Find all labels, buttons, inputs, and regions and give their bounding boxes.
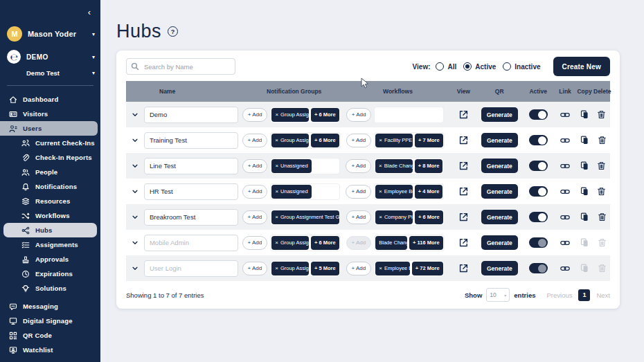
column-header-qr[interactable]: QR — [477, 88, 521, 95]
location-menu[interactable]: Demo Test ▾ — [26, 69, 95, 77]
sidebar-item-messaging[interactable]: Messaging — [0, 299, 100, 314]
hub-name-input[interactable] — [144, 209, 238, 226]
copy-link-icon[interactable] — [555, 238, 575, 248]
generate-qr-button[interactable]: Generate — [481, 261, 518, 275]
tag[interactable]: Blade Change — [375, 236, 407, 250]
row-expander[interactable] — [126, 111, 144, 118]
add-workflow-button[interactable]: + Add — [346, 134, 372, 147]
copy-link-icon[interactable] — [555, 136, 575, 145]
sidebar-item-watchlist[interactable]: Watchlist — [0, 343, 100, 357]
view-hub-icon[interactable] — [449, 161, 477, 171]
copy-hub-icon[interactable] — [575, 136, 593, 145]
row-expander[interactable] — [126, 265, 144, 272]
sidebar-item-digital-signage[interactable]: Digital Signage — [0, 314, 100, 328]
column-header-name[interactable]: Name — [126, 88, 242, 95]
copy-link-icon[interactable] — [555, 264, 575, 273]
generate-qr-button[interactable]: Generate — [481, 107, 518, 122]
add-notification-group-button[interactable]: + Add — [242, 108, 268, 122]
more-tags-badge[interactable]: + 6 More — [311, 108, 339, 122]
active-toggle[interactable] — [529, 186, 548, 197]
remove-tag-icon[interactable]: × — [275, 111, 278, 118]
add-workflow-button[interactable]: + Add — [346, 108, 372, 122]
search-input[interactable] — [144, 63, 231, 71]
generate-qr-button[interactable]: Generate — [481, 133, 518, 147]
active-toggle[interactable] — [529, 212, 548, 222]
tag[interactable]: ×Group Assignment Test Grou — [271, 210, 339, 224]
user-menu[interactable]: M Mason Yoder ▾ — [7, 26, 95, 42]
view-hub-icon[interactable] — [450, 263, 478, 273]
sidebar-item-users[interactable]: Users — [0, 121, 98, 136]
remove-tag-icon[interactable]: × — [275, 265, 278, 271]
generate-qr-button[interactable]: Generate — [481, 184, 518, 199]
remove-tag-icon[interactable]: × — [275, 137, 278, 143]
column-header-copy[interactable]: Copy — [575, 88, 593, 95]
sidebar-item-notifications[interactable]: Notifications — [0, 179, 100, 194]
active-toggle[interactable] — [529, 109, 548, 120]
column-header-notification-groups[interactable]: Notification Groups — [242, 88, 346, 95]
add-workflow-button[interactable]: + Add — [346, 185, 371, 199]
copy-hub-icon[interactable] — [575, 161, 593, 170]
more-tags-badge[interactable]: + 6 More — [311, 236, 339, 250]
view-radio-inactive[interactable]: Inactive — [503, 62, 540, 71]
hub-name-input[interactable] — [144, 132, 238, 149]
more-tags-badge[interactable]: + 8 More — [415, 159, 443, 173]
copy-link-icon[interactable] — [555, 212, 575, 222]
more-tags-badge[interactable]: + 6 More — [311, 134, 339, 147]
row-expander[interactable] — [126, 239, 144, 246]
active-toggle[interactable] — [529, 161, 548, 171]
remove-tag-icon[interactable]: × — [379, 137, 382, 143]
sidebar-item-expirations[interactable]: Expirations — [0, 266, 100, 281]
view-radio-all[interactable]: All — [436, 62, 456, 71]
add-notification-group-button[interactable]: + Add — [242, 210, 268, 224]
remove-tag-icon[interactable]: × — [379, 163, 382, 169]
generate-qr-button[interactable]: Generate — [481, 159, 518, 173]
row-expander[interactable] — [126, 188, 144, 195]
tag[interactable]: ×Unassigned — [271, 159, 311, 173]
row-expander[interactable] — [126, 137, 144, 144]
add-notification-group-button[interactable]: + Add — [242, 236, 268, 250]
copy-link-icon[interactable] — [555, 161, 575, 171]
page-size-select[interactable]: 10 ▾ — [486, 288, 510, 302]
previous-page-button[interactable]: Previous — [546, 291, 572, 299]
add-notification-group-button[interactable]: + Add — [242, 159, 268, 173]
hub-name-input[interactable] — [144, 183, 238, 200]
column-header-view[interactable]: View — [449, 88, 477, 95]
column-header-workflows[interactable]: Workflows — [346, 88, 450, 95]
view-hub-icon[interactable] — [450, 135, 478, 145]
view-hub-icon[interactable] — [449, 186, 477, 197]
add-workflow-button[interactable]: + Add — [346, 262, 372, 275]
tag[interactable]: ×Group Assig — [271, 134, 309, 147]
tag[interactable]: ×Group Assig — [271, 108, 309, 122]
remove-tag-icon[interactable]: × — [379, 214, 382, 220]
sidebar-item-visitors[interactable]: Visitors — [0, 107, 100, 121]
copy-hub-icon[interactable] — [575, 187, 593, 196]
remove-tag-icon[interactable]: × — [379, 188, 382, 194]
view-hub-icon[interactable] — [449, 109, 477, 120]
tag[interactable]: ×Facility PPE T — [375, 134, 413, 147]
active-toggle[interactable] — [529, 263, 548, 273]
active-toggle[interactable] — [529, 237, 548, 248]
sidebar-item-workflows[interactable]: Workflows — [0, 208, 100, 223]
add-notification-group-button[interactable]: + Add — [242, 134, 268, 147]
view-hub-icon[interactable] — [450, 237, 478, 248]
delete-hub-icon[interactable] — [593, 161, 610, 170]
copy-link-icon[interactable] — [555, 110, 575, 120]
active-toggle[interactable] — [529, 135, 548, 145]
sidebar-item-approvals[interactable]: Approvals — [0, 252, 100, 266]
row-expander[interactable] — [126, 214, 144, 221]
more-tags-badge[interactable]: + 7 More — [415, 134, 443, 147]
add-workflow-button[interactable]: + Add — [346, 210, 372, 224]
sidebar-item-people[interactable]: People — [0, 165, 100, 179]
view-radio-active[interactable]: Active — [463, 62, 496, 71]
sidebar-item-current-check-ins[interactable]: Current Check-Ins — [0, 136, 100, 150]
create-new-button[interactable]: Create New — [553, 57, 610, 76]
sidebar-item-solutions[interactable]: Solutions — [0, 281, 100, 296]
hub-name-input[interactable] — [144, 158, 238, 174]
next-page-button[interactable]: Next — [596, 291, 610, 299]
remove-tag-icon[interactable]: × — [275, 214, 278, 220]
add-notification-group-button[interactable]: + Add — [242, 185, 268, 199]
view-hub-icon[interactable] — [450, 212, 478, 222]
sidebar-item-qr-code[interactable]: QR Code — [0, 328, 100, 343]
copy-hub-icon[interactable] — [575, 110, 593, 119]
sidebar-item-assignments[interactable]: Assignments — [0, 237, 100, 252]
